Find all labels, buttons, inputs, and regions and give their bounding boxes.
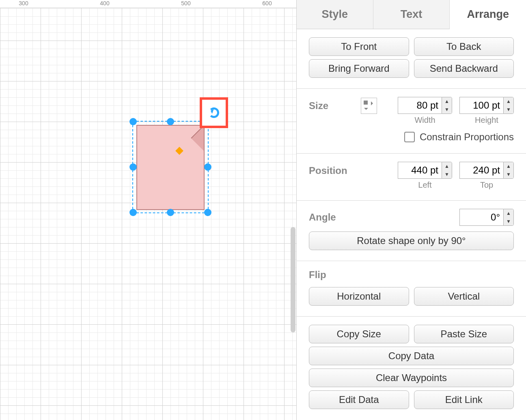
constrain-proportions-checkbox[interactable] (404, 132, 415, 142)
copy-data-button[interactable]: Copy Data (309, 347, 514, 365)
resize-handle-s[interactable] (167, 209, 174, 216)
resize-handle-e[interactable] (204, 163, 211, 171)
drawing-canvas[interactable]: 300 400 500 600 (0, 0, 296, 420)
edit-link-button[interactable]: Edit Link (414, 390, 514, 409)
left-stepper[interactable]: ▲▼ (442, 162, 452, 179)
section-size: Size ▲▼ Width ▲▼ Height Constrain Propor… (297, 89, 526, 154)
width-sublabel: Width (414, 116, 435, 125)
format-panel: Style Text Arrange To Front To Back Brin… (296, 0, 526, 420)
top-sublabel: Top (480, 180, 493, 190)
tab-style[interactable]: Style (297, 0, 373, 29)
height-sublabel: Height (475, 116, 498, 125)
to-back-button[interactable]: To Back (414, 37, 514, 56)
section-flip: Flip Horizontal Vertical (297, 261, 526, 317)
flip-horizontal-button[interactable]: Horizontal (309, 287, 409, 306)
flip-label: Flip (309, 269, 514, 281)
constrain-proportions-label: Constrain Proportions (420, 131, 514, 143)
canvas-scrollbar[interactable] (291, 227, 295, 332)
left-input[interactable] (398, 162, 442, 179)
left-sublabel: Left (418, 180, 431, 190)
paste-size-button[interactable]: Paste Size (414, 325, 514, 343)
tab-text[interactable]: Text (373, 0, 450, 29)
ruler-tick: 600 (262, 0, 272, 6)
shape-control-diamond[interactable] (175, 147, 183, 155)
rotate-icon[interactable] (209, 107, 219, 118)
resize-handle-se[interactable] (204, 209, 211, 216)
section-angle: Angle ▲▼ Rotate shape only by 90° (297, 201, 526, 261)
section-order: To Front To Back Bring Forward Send Back… (297, 29, 526, 89)
width-stepper[interactable]: ▲▼ (442, 97, 452, 114)
angle-input[interactable] (459, 209, 503, 226)
rotate-90-button[interactable]: Rotate shape only by 90° (309, 231, 514, 250)
height-input[interactable] (459, 97, 503, 114)
top-input[interactable] (459, 162, 503, 179)
resize-handle-nw[interactable] (129, 118, 137, 125)
rotate-handle-highlight (200, 97, 228, 128)
height-stepper[interactable]: ▲▼ (503, 97, 514, 114)
ruler-tick: 500 (181, 0, 190, 6)
panel-tabs: Style Text Arrange (297, 0, 526, 29)
resize-handle-n[interactable] (167, 118, 174, 125)
width-input[interactable] (398, 97, 442, 114)
flip-vertical-button[interactable]: Vertical (414, 287, 514, 306)
to-front-button[interactable]: To Front (309, 37, 409, 56)
angle-label: Angle (309, 212, 354, 223)
copy-size-button[interactable]: Copy Size (309, 325, 409, 343)
top-stepper[interactable]: ▲▼ (503, 162, 514, 179)
send-backward-button[interactable]: Send Backward (414, 59, 514, 78)
angle-stepper[interactable]: ▲▼ (503, 209, 514, 226)
ruler-tick: 400 (100, 0, 109, 6)
resize-handle-sw[interactable] (129, 209, 137, 216)
selection-bounding-box (132, 121, 209, 213)
resize-handle-w[interactable] (129, 163, 137, 171)
tab-arrange[interactable]: Arrange (450, 0, 526, 29)
position-label: Position (309, 162, 354, 176)
size-label: Size (309, 97, 354, 111)
edit-data-button[interactable]: Edit Data (309, 390, 409, 409)
autosize-icon[interactable] (361, 98, 377, 114)
bring-forward-button[interactable]: Bring Forward (309, 59, 409, 78)
clear-waypoints-button[interactable]: Clear Waypoints (309, 369, 514, 387)
ruler-tick: 300 (19, 0, 28, 6)
horizontal-ruler: 300 400 500 600 (0, 0, 296, 8)
section-actions: Copy Size Paste Size Copy Data Clear Way… (297, 317, 526, 420)
section-position: Position ▲▼ Left ▲▼ Top (297, 154, 526, 201)
